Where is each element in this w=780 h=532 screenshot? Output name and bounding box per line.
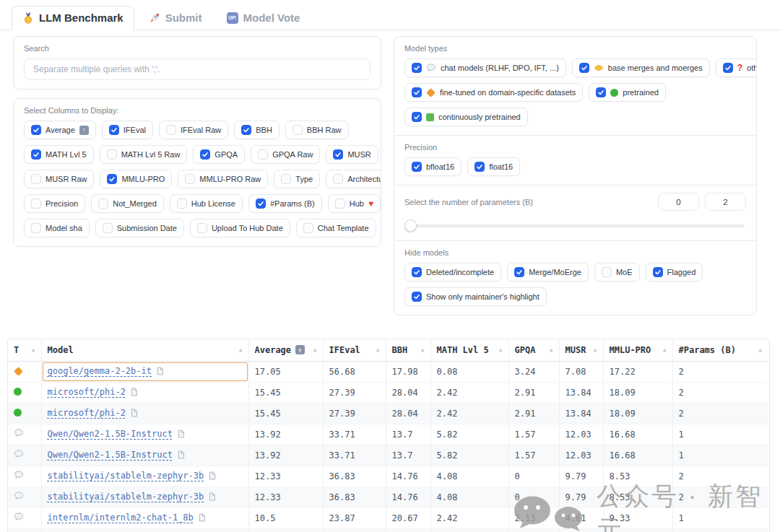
checkbox-chip-chat-template[interactable]: Chat Template bbox=[296, 219, 376, 237]
params-min-input[interactable] bbox=[658, 193, 699, 211]
model-link[interactable]: microsoft/phi-2 bbox=[48, 387, 126, 397]
checked-checkbox[interactable] bbox=[412, 292, 422, 302]
checkbox-chip-average[interactable]: Average↑ bbox=[24, 121, 96, 139]
column-header-gpqa[interactable]: GPQA▲ bbox=[508, 339, 559, 361]
checkbox-chip-upload-to-hub-date[interactable]: Upload To Hub Date bbox=[190, 219, 290, 237]
checkbox-chip-submission-date[interactable]: Submission Date bbox=[95, 219, 184, 237]
unchecked-checkbox[interactable] bbox=[31, 199, 41, 209]
column-header-ifeval[interactable]: IFEval▲ bbox=[323, 339, 386, 361]
tab-submit[interactable]: Submit bbox=[139, 6, 212, 30]
checked-checkbox[interactable] bbox=[653, 267, 663, 277]
checkbox-chip-precision[interactable]: Precision bbox=[24, 194, 85, 213]
checked-checkbox[interactable] bbox=[107, 174, 117, 184]
column-header-model[interactable]: Model▲ bbox=[41, 339, 248, 361]
unchecked-checkbox[interactable] bbox=[281, 174, 291, 184]
unchecked-checkbox[interactable] bbox=[197, 223, 207, 233]
unchecked-checkbox[interactable] bbox=[31, 174, 41, 184]
search-input[interactable] bbox=[24, 58, 370, 80]
checkbox-chip-math-lvl-5[interactable]: MATH Lvl 5 bbox=[24, 145, 94, 164]
unchecked-checkbox[interactable] bbox=[98, 199, 108, 209]
unchecked-checkbox[interactable] bbox=[258, 149, 268, 160]
column-header-musr[interactable]: MUSR▲ bbox=[559, 339, 603, 361]
checkbox-chip-type[interactable]: Type bbox=[274, 170, 320, 188]
checkbox-chip-model-sha[interactable]: Model sha bbox=[24, 219, 90, 237]
unchecked-checkbox[interactable] bbox=[335, 199, 345, 209]
copy-icon[interactable] bbox=[208, 472, 216, 482]
model-link[interactable]: Qwen/Qwen2-1.5B-Instruct bbox=[48, 450, 173, 460]
column-header-average[interactable]: Average↑▲ bbox=[248, 339, 323, 361]
copy-icon[interactable] bbox=[208, 493, 216, 503]
tab-llm-benchmark[interactable]: LLM Benchmark bbox=[12, 6, 134, 30]
checked-checkbox[interactable] bbox=[579, 63, 589, 73]
unchecked-checkbox[interactable] bbox=[602, 267, 612, 277]
checkbox-chip-not-merged[interactable]: Not_Merged bbox=[91, 194, 164, 213]
copy-icon[interactable] bbox=[198, 514, 206, 524]
checkbox-chip-pretrained[interactable]: pretrained bbox=[589, 83, 666, 102]
checked-checkbox[interactable] bbox=[241, 125, 251, 135]
unchecked-checkbox[interactable] bbox=[185, 174, 195, 184]
checked-checkbox[interactable] bbox=[412, 112, 422, 122]
checkbox-chip-ifeval[interactable]: IFEval bbox=[102, 121, 153, 139]
checked-checkbox[interactable] bbox=[412, 267, 422, 277]
unchecked-checkbox[interactable] bbox=[166, 125, 176, 135]
checked-checkbox[interactable] bbox=[333, 149, 343, 160]
copy-icon[interactable] bbox=[177, 451, 185, 461]
checked-checkbox[interactable] bbox=[256, 199, 266, 209]
checkbox-chip-params-b[interactable]: #Params (B) bbox=[248, 194, 322, 213]
checked-checkbox[interactable] bbox=[31, 125, 41, 135]
checkbox-chip-show-only-maintainer-s-highlight[interactable]: Show only maintainer's highlight bbox=[404, 287, 547, 306]
checkbox-chip-fine-tuned-on-domain-specific-datasets[interactable]: fine-tuned on domain-specific datasets bbox=[404, 83, 583, 102]
column-header-bbh[interactable]: BBH▲ bbox=[386, 339, 430, 361]
checked-checkbox[interactable] bbox=[514, 267, 524, 277]
checkbox-chip-hub-license[interactable]: Hub License bbox=[170, 194, 243, 213]
checkbox-chip-math-lvl-5-raw[interactable]: MATH Lvl 5 Raw bbox=[100, 145, 188, 164]
checked-checkbox[interactable] bbox=[412, 87, 422, 97]
checkbox-chip-merge-moerge[interactable]: Merge/MoErge bbox=[507, 263, 589, 282]
model-link[interactable]: stabilityai/stablelm-zephyr-3b bbox=[48, 492, 204, 502]
model-link[interactable]: Qwen/Qwen2-1.5B-Instruct bbox=[48, 429, 173, 439]
checked-checkbox[interactable] bbox=[412, 63, 422, 73]
checkbox-chip-ifeval-raw[interactable]: IFEval Raw bbox=[159, 121, 228, 139]
checkbox-chip-moe[interactable]: MoE bbox=[594, 263, 640, 282]
checkbox-chip-bfloat16[interactable]: bfloat16 bbox=[404, 157, 462, 176]
copy-icon[interactable] bbox=[177, 430, 185, 440]
checked-checkbox[interactable] bbox=[31, 149, 41, 160]
checked-checkbox[interactable] bbox=[412, 162, 422, 172]
checkbox-chip-deleted-incomplete[interactable]: Deleted/incomplete bbox=[404, 263, 501, 282]
checked-checkbox[interactable] bbox=[723, 63, 733, 73]
column-header-math-lvl-5[interactable]: MATH Lvl 5▲ bbox=[430, 339, 508, 361]
checkbox-chip-other[interactable]: ?other bbox=[716, 58, 757, 77]
model-link[interactable]: internlm/internlm2-chat-1_8b bbox=[48, 513, 194, 523]
checkbox-chip-gpqa-raw[interactable]: GPQA Raw bbox=[251, 145, 320, 164]
params-max-input[interactable] bbox=[705, 193, 746, 211]
copy-icon[interactable] bbox=[130, 409, 138, 419]
checkbox-chip-mmlu-pro-raw[interactable]: MMLU-PRO Raw bbox=[178, 170, 268, 188]
model-link[interactable]: microsoft/phi-2 bbox=[48, 408, 126, 418]
checkbox-chip-musr-raw[interactable]: MUSR Raw bbox=[24, 170, 94, 188]
checkbox-chip-float16[interactable]: float16 bbox=[467, 157, 520, 176]
column-header-mmlu-pro[interactable]: MMLU-PRO▲ bbox=[603, 339, 672, 361]
checkbox-chip-musr[interactable]: MUSR bbox=[326, 145, 378, 164]
checked-checkbox[interactable] bbox=[200, 149, 210, 160]
params-slider-handle[interactable] bbox=[404, 219, 417, 232]
unchecked-checkbox[interactable] bbox=[107, 149, 117, 160]
model-link[interactable]: stabilityai/stablelm-zephyr-3b bbox=[48, 471, 204, 481]
column-header-t[interactable]: T▲ bbox=[8, 339, 41, 361]
checkbox-chip-hub[interactable]: Hub♥ bbox=[328, 194, 381, 213]
unchecked-checkbox[interactable] bbox=[333, 174, 343, 184]
checkbox-chip-base-merges-and-moerges[interactable]: base merges and moerges bbox=[572, 58, 710, 77]
tab-model-vote[interactable]: UP! Model Vote bbox=[217, 6, 311, 30]
checked-checkbox[interactable] bbox=[474, 162, 485, 172]
checked-checkbox[interactable] bbox=[596, 87, 606, 97]
checked-checkbox[interactable] bbox=[109, 125, 119, 135]
checkbox-chip-bbh-raw[interactable]: BBH Raw bbox=[285, 121, 349, 139]
checkbox-chip-architecture[interactable]: Architecture bbox=[326, 170, 381, 188]
checkbox-chip-flagged[interactable]: Flagged bbox=[646, 263, 703, 282]
unchecked-checkbox[interactable] bbox=[292, 125, 303, 135]
model-link[interactable]: google/gemma-2-2b-it bbox=[48, 366, 152, 376]
checkbox-chip-continuously-pretrained[interactable]: continuously pretrained bbox=[404, 108, 528, 126]
checkbox-chip-mmlu-pro[interactable]: MMLU-PRO bbox=[100, 170, 172, 188]
checkbox-chip-gpqa[interactable]: GPQA bbox=[193, 145, 245, 164]
unchecked-checkbox[interactable] bbox=[31, 223, 41, 233]
checkbox-chip-bbh[interactable]: BBH bbox=[234, 121, 280, 139]
